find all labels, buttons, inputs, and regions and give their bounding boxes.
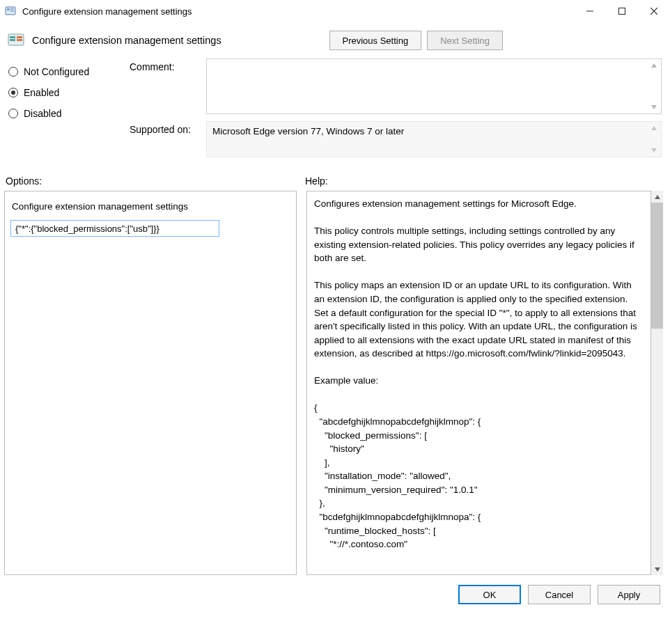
- comment-label: Comment:: [130, 58, 199, 114]
- close-button[interactable]: [638, 0, 670, 22]
- svg-rect-1: [7, 8, 10, 10]
- scroll-up-icon[interactable]: [651, 191, 663, 203]
- supported-on-row: Supported on: Microsoft Edge version 77,…: [130, 121, 662, 157]
- policy-header: Configure extension management settings …: [0, 22, 670, 56]
- scroll-down-icon[interactable]: [649, 146, 659, 155]
- supported-on-value: Microsoft Edge version 77, Windows 7 or …: [212, 126, 404, 136]
- svg-rect-6: [10, 36, 15, 38]
- svg-rect-8: [17, 36, 22, 38]
- radio-label: Not Configured: [24, 66, 89, 77]
- radio-icon: [8, 88, 18, 97]
- svg-rect-4: [619, 8, 625, 15]
- scroll-up-icon[interactable]: [649, 123, 659, 133]
- minimize-button[interactable]: [574, 0, 606, 22]
- scroll-up-icon[interactable]: [649, 61, 659, 70]
- fields-column: Comment: Supported on: Microsoft Edge ve…: [130, 58, 662, 164]
- extension-settings-input[interactable]: [10, 220, 219, 237]
- scroll-down-icon[interactable]: [649, 102, 659, 112]
- maximize-button[interactable]: [606, 0, 638, 22]
- dialog-button-bar: OK Cancel Apply: [0, 575, 670, 604]
- title-bar: Configure extension management settings: [0, 0, 670, 22]
- next-setting-button[interactable]: Next Setting: [427, 31, 503, 50]
- comment-row: Comment:: [130, 58, 662, 114]
- radio-label: Enabled: [24, 87, 59, 98]
- supported-on-label: Supported on:: [130, 121, 199, 157]
- policy-title: Configure extension management settings: [32, 35, 221, 46]
- scrollbar-thumb[interactable]: [651, 203, 663, 329]
- options-label: Options:: [6, 175, 305, 187]
- radio-not-configured[interactable]: Not Configured: [8, 61, 120, 82]
- svg-rect-3: [10, 10, 14, 12]
- radio-label: Disabled: [24, 108, 61, 119]
- state-radio-group: Not Configured Enabled Disabled: [8, 58, 120, 164]
- apply-button[interactable]: Apply: [598, 585, 660, 604]
- nav-buttons: Previous Setting Next Setting: [329, 31, 504, 50]
- previous-setting-button[interactable]: Previous Setting: [329, 31, 422, 50]
- scrollbar-track[interactable]: [651, 203, 663, 563]
- radio-enabled[interactable]: Enabled: [8, 82, 120, 103]
- cancel-button[interactable]: Cancel: [528, 585, 591, 604]
- ok-button[interactable]: OK: [458, 585, 521, 604]
- radio-icon: [8, 109, 18, 118]
- options-panel: Configure extension management settings: [4, 191, 297, 575]
- svg-rect-2: [10, 8, 14, 10]
- panels: Configure extension management settings …: [0, 191, 670, 575]
- window-controls: [574, 0, 670, 22]
- policy-icon: [7, 31, 25, 49]
- window-title: Configure extension management settings: [22, 6, 574, 17]
- comment-textarea[interactable]: [206, 58, 662, 114]
- svg-rect-7: [10, 39, 15, 41]
- help-panel-wrap: Configures extension management settings…: [306, 191, 663, 575]
- radio-disabled[interactable]: Disabled: [8, 103, 120, 124]
- scroll-down-icon[interactable]: [651, 563, 663, 575]
- options-title: Configure extension management settings: [12, 201, 289, 212]
- section-labels: Options: Help:: [0, 168, 670, 191]
- help-scrollbar[interactable]: [651, 191, 663, 575]
- radio-icon: [8, 67, 18, 77]
- help-panel[interactable]: Configures extension management settings…: [306, 191, 651, 575]
- supported-on-value-box: Microsoft Edge version 77, Windows 7 or …: [206, 121, 662, 157]
- help-label: Help:: [305, 175, 660, 187]
- app-icon: [4, 5, 17, 17]
- config-area: Not Configured Enabled Disabled Comment:: [0, 56, 670, 168]
- svg-rect-9: [17, 39, 22, 41]
